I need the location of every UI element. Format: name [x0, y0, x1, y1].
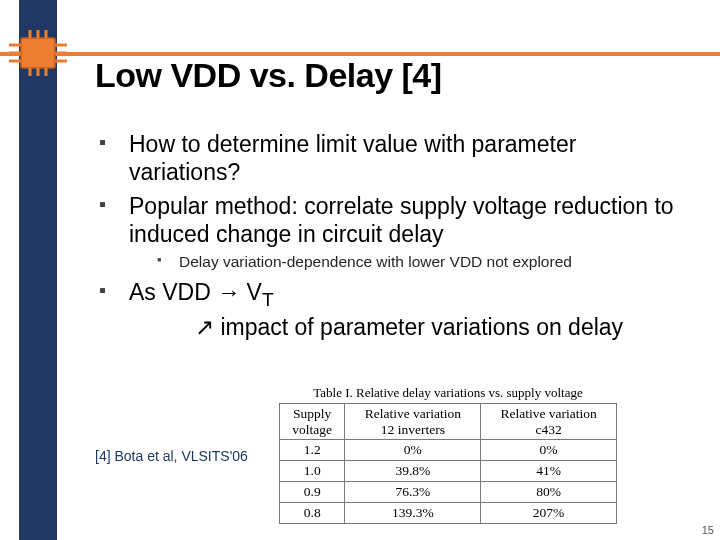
navy-sidebar	[19, 0, 57, 540]
cell-c432: 41%	[481, 461, 617, 482]
table-row: 1.0 39.8% 41%	[280, 461, 617, 482]
table-header-row: Supplyvoltage Relative variation12 inver…	[280, 404, 617, 440]
table-row: 0.8 139.3% 207%	[280, 503, 617, 524]
col-inverters: Relative variation12 inverters	[345, 404, 481, 440]
delay-table: Supplyvoltage Relative variation12 inver…	[279, 403, 617, 524]
citation: [4] Bota et al, VLSITS'06	[95, 448, 248, 464]
table-row: 0.9 76.3% 80%	[280, 482, 617, 503]
cpu-icon	[9, 30, 67, 76]
cell-inv: 39.8%	[345, 461, 481, 482]
bullet-3-line2: ↗ impact of parameter variations on dela…	[129, 313, 685, 342]
right-arrow-icon: →	[217, 279, 240, 305]
cell-sv: 0.8	[280, 503, 345, 524]
cell-c432: 207%	[481, 503, 617, 524]
delay-table-container: Table I. Relative delay variations vs. s…	[279, 385, 617, 524]
bullet-1: How to determine limit value with parame…	[95, 130, 685, 186]
bullet-3-line2-text: impact of parameter variations on delay	[214, 314, 623, 340]
content-area: How to determine limit value with parame…	[95, 130, 685, 347]
svg-rect-0	[21, 38, 55, 68]
cell-c432: 0%	[481, 440, 617, 461]
bullet-3-pre: As VDD	[129, 279, 217, 305]
bullet-2-text: Popular method: correlate supply voltage…	[129, 193, 674, 247]
cell-c432: 80%	[481, 482, 617, 503]
cell-inv: 76.3%	[345, 482, 481, 503]
bullet-3: As VDD → VT ↗ impact of parameter variat…	[95, 278, 685, 342]
table-caption: Table I. Relative delay variations vs. s…	[279, 385, 617, 401]
cell-inv: 139.3%	[345, 503, 481, 524]
table-row: 1.2 0% 0%	[280, 440, 617, 461]
bullet-3-post: V	[240, 279, 262, 305]
cell-inv: 0%	[345, 440, 481, 461]
bullet-2-sub: Delay variation-dependence with lower VD…	[157, 252, 685, 271]
bullet-3-subscript: T	[262, 288, 274, 309]
col-supply-voltage: Supplyvoltage	[280, 404, 345, 440]
up-arrow-icon: ↗	[195, 314, 214, 340]
bullet-2: Popular method: correlate supply voltage…	[95, 192, 685, 271]
cell-sv: 1.0	[280, 461, 345, 482]
cell-sv: 1.2	[280, 440, 345, 461]
page-number: 15	[702, 524, 714, 536]
cell-sv: 0.9	[280, 482, 345, 503]
col-c432: Relative variationc432	[481, 404, 617, 440]
slide-title: Low VDD vs. Delay [4]	[95, 56, 442, 95]
